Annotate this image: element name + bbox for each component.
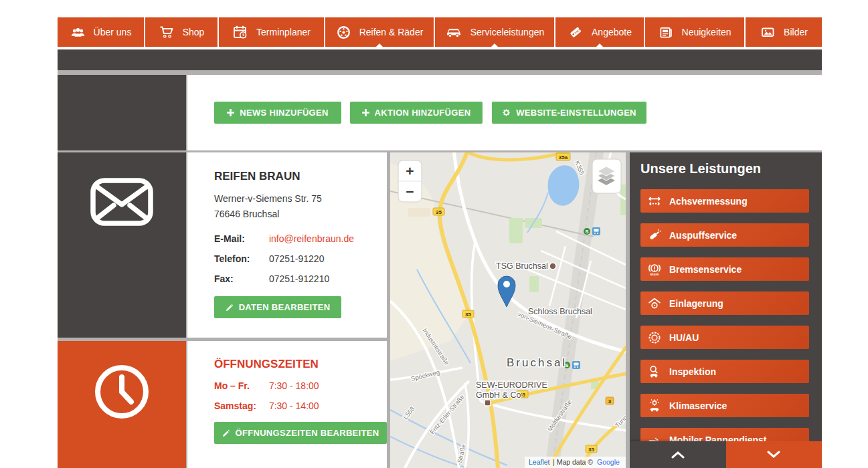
nav-item-terminplaner[interactable]: Terminplaner: [219, 17, 324, 47]
zoom-control[interactable]: + −: [398, 160, 422, 202]
nav-label: Angebote: [592, 27, 632, 37]
svg-text:GmbH & Co: GmbH & Co: [476, 390, 521, 400]
phone-label: Telefon:: [214, 253, 266, 264]
nav-active-caret: [376, 43, 383, 47]
pencil-icon: [226, 304, 234, 312]
svg-text:TSG Bruchsal: TSG Bruchsal: [496, 261, 548, 271]
services-scroll-down-button[interactable]: [726, 441, 822, 468]
secondary-bar: [58, 49, 822, 70]
newspaper-icon: [659, 25, 674, 40]
nav-item-reifen-raeder[interactable]: Reifen & Räder: [325, 17, 434, 47]
add-aktion-label: AKTION HINZUFÜGEN: [375, 108, 471, 118]
svg-text:35: 35: [465, 312, 471, 318]
opening-hours-title: ÖFFNUNGSZEITEN: [214, 358, 375, 371]
email-label: E-Mail:: [214, 233, 266, 244]
phone-row: Telefon: 07251-91220: [214, 253, 375, 264]
hours-row-weekdays: Mo – Fr. 7:30 - 18:00: [214, 380, 375, 391]
clock-icon: [91, 361, 153, 423]
picture-icon: [760, 24, 776, 40]
hours-value: 7:30 - 18:00: [269, 380, 319, 391]
leaflet-link[interactable]: Leaflet: [529, 458, 550, 466]
sale-tag-icon: SALE: [568, 24, 584, 40]
layers-control[interactable]: [592, 159, 621, 193]
service-auspuffservice[interactable]: Auspuffservice: [640, 223, 809, 247]
hours-icon-block: [58, 341, 186, 468]
service-bremsenservice[interactable]: BRAKE Bremsenservice: [640, 257, 809, 281]
nav-active-caret: [491, 43, 498, 47]
storage-icon: [647, 296, 662, 311]
services-scrollbar: [630, 441, 822, 468]
axle-measure-icon: [647, 194, 662, 209]
svg-text:3: 3: [608, 398, 612, 404]
nav-label: Reifen & Räder: [359, 27, 424, 37]
tsg-poi[interactable]: [549, 263, 556, 269]
plus-icon: [227, 109, 234, 116]
map-canvas[interactable]: von-Siemens-Straße Industriestraße Spöck…: [390, 152, 626, 468]
sew-poi[interactable]: [485, 400, 491, 406]
contact-panel: REIFEN BRAUN Werner-v-Siemens Str. 75 76…: [187, 152, 387, 338]
svg-text:| Map data ©: | Map data ©: [553, 458, 593, 466]
add-aktion-button[interactable]: AKTION HINZUFÜGEN: [350, 102, 483, 124]
website-settings-label: WEBSITE-EINSTELLUNGEN: [516, 108, 636, 118]
company-city: 76646 Bruchsal: [214, 207, 375, 222]
nav-item-bilder[interactable]: Bilder: [746, 17, 822, 47]
map-attribution: Leaflet | Map data © Google: [525, 457, 626, 468]
nav-item-neuigkeiten[interactable]: Neuigkeiten: [645, 17, 744, 47]
hours-label: Mo – Fr.: [214, 380, 266, 391]
service-einlagerung[interactable]: Einlagerung: [640, 291, 809, 315]
tire-icon: [336, 25, 351, 40]
zoom-out-button[interactable]: −: [406, 184, 414, 199]
edit-hours-button[interactable]: ÖFFNUNGSZEITEN BEARBEITEN: [214, 422, 387, 444]
nav-label: Serviceleistungen: [470, 27, 545, 37]
svg-text:35: 35: [436, 209, 442, 215]
services-scroll-up-button[interactable]: [630, 441, 726, 468]
email-row: E-Mail: info@reifenbraun.de: [214, 233, 375, 244]
inspection-seal-icon: [647, 330, 662, 345]
website-settings-button[interactable]: WEBSITE-EINSTELLUNGEN: [492, 102, 646, 124]
nav-label: Bilder: [784, 27, 808, 37]
svg-text:SEW-EURODRIVE: SEW-EURODRIVE: [476, 380, 547, 390]
climate-car-icon: [647, 398, 662, 413]
map-panel[interactable]: von-Siemens-Straße Industriestraße Spöck…: [390, 152, 626, 468]
phone-value: 07251-91220: [269, 253, 325, 264]
magnifier-car-icon: [647, 364, 662, 379]
svg-text:35: 35: [588, 447, 594, 453]
company-name: REIFEN BRAUN: [214, 170, 375, 183]
nav-item-shop[interactable]: Shop: [145, 17, 218, 47]
nav-label: Terminplaner: [256, 27, 311, 37]
chevron-down-icon: [766, 451, 781, 459]
exhaust-icon: [647, 228, 662, 243]
add-news-button[interactable]: NEWS HINZUFÜGEN: [214, 102, 341, 124]
zoom-in-button[interactable]: +: [406, 163, 414, 179]
services-title: Unsere Leistungen: [630, 152, 822, 177]
hours-row-saturday: Samstag: 7:30 - 14:00: [214, 400, 375, 411]
service-achsvermessung[interactable]: Achsvermessung: [640, 189, 809, 213]
service-inspektion[interactable]: Inspektion: [640, 360, 809, 383]
contact-icon-block: [58, 152, 186, 338]
google-link[interactable]: Google: [597, 458, 620, 466]
service-klimaservice[interactable]: Klimaservice: [640, 394, 809, 417]
services-panel: Unsere Leistungen Achsvermessung Auspuff…: [630, 152, 822, 468]
car-icon: [445, 24, 462, 40]
nav-label: Neuigkeiten: [682, 27, 731, 37]
svg-text:35a: 35a: [559, 154, 568, 160]
nav-label: Shop: [183, 27, 205, 37]
add-news-label: NEWS HINZUFÜGEN: [240, 108, 328, 118]
chevron-up-icon: [671, 451, 685, 459]
nav-item-ueber-uns[interactable]: Über uns: [58, 17, 144, 47]
nav-label: Über uns: [94, 27, 132, 37]
nav-item-serviceleistungen[interactable]: Serviceleistungen: [435, 17, 554, 47]
plus-icon: [362, 109, 369, 116]
svg-text:S: S: [585, 229, 588, 235]
service-hu-au[interactable]: HU/AU: [640, 326, 809, 349]
main-nav: Über uns Shop Terminplaner Reifen & Räde…: [58, 17, 822, 47]
fax-label: Fax:: [214, 273, 266, 284]
hours-label: Samstag:: [214, 400, 266, 411]
fax-row: Fax: 07251-912210: [214, 273, 375, 284]
nav-item-angebote[interactable]: SALE Angebote: [555, 17, 644, 47]
edit-contact-button[interactable]: DATEN BEARBEITEN: [214, 296, 341, 318]
email-link[interactable]: info@reifenbraun.de: [269, 233, 354, 244]
admin-actions-panel: NEWS HINZUFÜGEN AKTION HINZUFÜGEN WEBSIT…: [187, 75, 822, 150]
calendar-clock-icon: [232, 24, 248, 40]
brake-warning-icon: BRAKE: [647, 262, 662, 277]
